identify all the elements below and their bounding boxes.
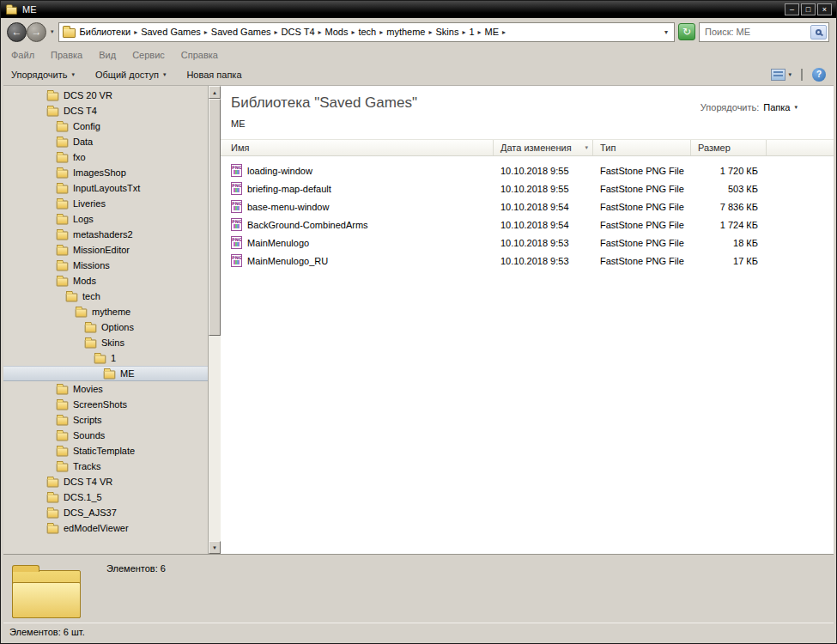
tree-item-18[interactable]: ME	[3, 366, 208, 381]
close-button[interactable]: ×	[817, 3, 832, 15]
search-input[interactable]: Поиск: ME	[705, 27, 810, 37]
menu-item-0[interactable]: Файл	[11, 50, 34, 60]
toolbar-button-1[interactable]: Общий доступ▾	[95, 70, 166, 80]
toolbar-button-0[interactable]: Упорядочить▾	[11, 70, 75, 80]
file-row-2[interactable]: base-menu-window10.10.2018 9:54FastStone…	[221, 197, 834, 216]
file-row-1[interactable]: briefing-map-default10.10.2018 9:55FastS…	[221, 179, 834, 197]
tree-item-9[interactable]: metashaders2	[3, 227, 208, 242]
tree-item-13[interactable]: tech	[3, 289, 208, 304]
breadcrumb-item-6[interactable]: mytheme	[384, 27, 428, 37]
tree-item-2[interactable]: Config	[3, 118, 208, 134]
png-file-icon	[231, 236, 242, 249]
views-button[interactable]: ▾	[771, 69, 792, 81]
tree-item-27[interactable]: DCS_AJS37	[3, 505, 208, 520]
column-header-1[interactable]: Дата изменения▾	[494, 140, 593, 155]
folder-icon	[57, 263, 69, 271]
tree-item-15[interactable]: Options	[3, 319, 208, 335]
tree-item-16[interactable]: Skins	[3, 335, 208, 350]
tree-item-label: StaticTemplate	[73, 446, 135, 456]
breadcrumb-item-5[interactable]: tech	[355, 27, 379, 37]
address-dropdown-icon[interactable]: ▾	[662, 28, 670, 36]
arrange-value[interactable]: Папка	[763, 102, 790, 112]
file-name: loading-window	[247, 166, 312, 176]
toolbar-button-2[interactable]: Новая папка	[186, 70, 241, 80]
tree-item-3[interactable]: Data	[3, 134, 208, 149]
nav-history-dropdown-icon[interactable]: ▾	[50, 28, 55, 35]
arrange-by-control[interactable]: Упорядочить: Папка ▾	[701, 102, 798, 112]
scroll-down-icon[interactable]: ▼	[209, 541, 221, 554]
menu-item-1[interactable]: Правка	[51, 50, 82, 60]
tree-item-17[interactable]: 1	[3, 350, 208, 366]
file-name-cell: BackGround-CombinedArms	[221, 216, 494, 234]
tree-item-12[interactable]: Mods	[3, 273, 208, 289]
file-name: briefing-map-default	[247, 184, 331, 194]
refresh-button[interactable]: ↻	[678, 23, 695, 40]
menu-item-2[interactable]: Вид	[99, 50, 116, 60]
scroll-up-icon[interactable]: ▲	[209, 86, 221, 99]
breadcrumb-item-0[interactable]: Библиотеки	[77, 27, 134, 37]
forward-button[interactable]: →	[27, 22, 46, 42]
tree-item-21[interactable]: Scripts	[3, 412, 208, 428]
file-type: FastStone PNG File	[593, 179, 691, 197]
tree-item-1[interactable]: DCS T4	[3, 103, 208, 118]
tree-item-22[interactable]: Sounds	[3, 428, 208, 443]
breadcrumb-item-4[interactable]: Mods	[323, 27, 351, 37]
tree-item-7[interactable]: Liveries	[3, 196, 208, 211]
breadcrumb-item-8[interactable]: 1	[466, 27, 476, 37]
address-bar[interactable]: Библиотеки▸Saved Games▸Saved Games▸DCS T…	[58, 22, 675, 42]
file-row-4[interactable]: MainMenulogo10.10.2018 9:53FastStone PNG…	[221, 234, 834, 252]
tree-item-20[interactable]: ScreenShots	[3, 397, 208, 412]
column-header-0[interactable]: Имя	[221, 140, 494, 155]
toolbar-dropdown-icon[interactable]: ▾	[71, 71, 75, 78]
tree-scrollbar[interactable]: ▲ ▼	[208, 86, 221, 554]
breadcrumb-item-9[interactable]: ME	[482, 27, 502, 37]
help-button[interactable]: ?	[812, 68, 826, 82]
maximize-button[interactable]: □	[801, 3, 816, 15]
file-date: 10.10.2018 9:54	[494, 197, 593, 216]
tree-item-25[interactable]: DCS T4 VR	[3, 474, 208, 489]
tree-item-26[interactable]: DCS.1_5	[3, 489, 208, 505]
toolbar-button-label: Общий доступ	[95, 70, 159, 80]
views-dropdown-icon[interactable]: ▾	[788, 71, 792, 78]
tree-item-5[interactable]: ImagesShop	[3, 165, 208, 180]
tree-item-24[interactable]: Tracks	[3, 459, 208, 474]
tree-item-10[interactable]: MissionEditor	[3, 242, 208, 258]
breadcrumb-item-7[interactable]: Skins	[434, 27, 462, 37]
minimize-button[interactable]: –	[785, 3, 799, 15]
tree-item-8[interactable]: Logs	[3, 211, 208, 227]
toolbar-dropdown-icon[interactable]: ▾	[163, 71, 167, 78]
breadcrumb-item-2[interactable]: Saved Games	[209, 27, 274, 37]
search-button[interactable]	[810, 25, 827, 39]
tree-item-label: DCS T4 VR	[64, 477, 112, 487]
tree-item-6[interactable]: InputLayoutsTxt	[3, 180, 208, 196]
column-header-2[interactable]: Тип	[593, 140, 691, 155]
folder-icon	[57, 278, 69, 287]
folder-icon	[57, 216, 69, 225]
tree-item-19[interactable]: Movies	[3, 381, 208, 397]
menu-item-3[interactable]: Сервис	[132, 50, 165, 60]
arrange-dropdown-icon[interactable]: ▾	[794, 104, 798, 111]
tree-item-0[interactable]: DCS 20 VR	[3, 88, 208, 103]
tree-item-14[interactable]: mytheme	[3, 304, 208, 319]
file-row-0[interactable]: loading-window10.10.2018 9:55FastStone P…	[221, 161, 834, 179]
titlebar[interactable]: ME – □ ×	[1, 1, 836, 18]
sort-arrow-icon[interactable]: ▾	[585, 144, 588, 151]
scrollbar-thumb[interactable]	[209, 99, 221, 336]
breadcrumb-item-3[interactable]: DCS T4	[279, 27, 318, 37]
png-file-icon	[231, 200, 242, 213]
back-button[interactable]: ←	[7, 22, 27, 42]
file-row-3[interactable]: BackGround-CombinedArms10.10.2018 9:54Fa…	[221, 216, 834, 234]
tree-item-11[interactable]: Missions	[3, 258, 208, 273]
breadcrumb-arrow-icon[interactable]: ▸	[501, 28, 506, 36]
column-header-3[interactable]: Размер	[691, 140, 767, 155]
file-row-5[interactable]: MainMenulogo_RU10.10.2018 9:53FastStone …	[221, 252, 834, 270]
tree-item-28[interactable]: edModelViewer	[3, 520, 208, 536]
breadcrumb-item-1[interactable]: Saved Games	[138, 27, 203, 37]
tree-item-4[interactable]: fxo	[3, 149, 208, 165]
menu-item-4[interactable]: Справка	[181, 50, 218, 60]
tree-item-23[interactable]: StaticTemplate	[3, 443, 208, 459]
tree-item-label: Config	[73, 121, 100, 131]
preview-pane-button[interactable]	[801, 70, 803, 80]
search-box[interactable]: Поиск: ME	[699, 22, 829, 42]
toolbar-button-label: Упорядочить	[11, 70, 67, 80]
